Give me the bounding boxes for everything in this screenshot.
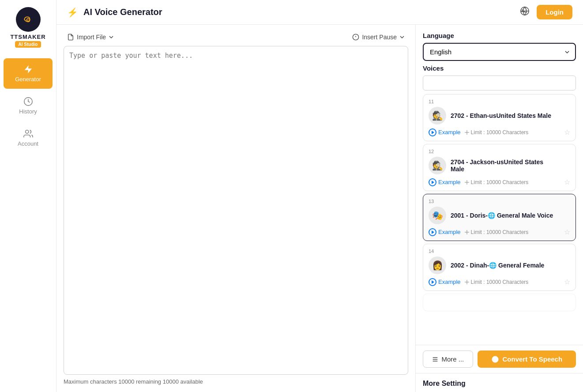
language-select[interactable]: EnglishSpanishFrenchGermanChineseJapanes… (423, 43, 576, 61)
sidebar-item-generator[interactable]: Generator (4, 58, 53, 89)
play-example-12[interactable]: Example (429, 178, 461, 186)
language-label: Language (423, 32, 576, 39)
voice-num-14: 14 (429, 249, 570, 254)
voice-card-12[interactable]: 12 🕵️ 2704 - Jackson-usUnited StatesMale… (423, 144, 576, 191)
play-example-13[interactable]: Example (429, 228, 461, 236)
logo-area: TTSMAKER AI Studio (10, 7, 45, 48)
more-label: More ... (441, 355, 464, 363)
voice-avatar-11: 🕵️ (429, 107, 446, 124)
voice-num-11: 11 (429, 99, 570, 104)
editor-toolbar: Import File Insert Pause (64, 32, 408, 42)
example-label-12: Example (438, 179, 461, 185)
char-count: Maximum characters 10000 remaining 10000… (64, 378, 408, 385)
content-area: Import File Insert Pause Maximum charact… (56, 25, 583, 392)
topbar: ⚡ AI Voice Generator Login (56, 0, 583, 25)
char-limit-12: Limit : 10000 Characters (464, 179, 529, 185)
voice-card-14[interactable]: 14 👩 2002 - Dinah-🌐 General Female Examp… (423, 244, 576, 291)
example-label-13: Example (438, 229, 461, 235)
star-btn-11[interactable]: ☆ (564, 128, 570, 136)
voice-footer-11: Example Limit : 10000 Characters ☆ (429, 128, 570, 136)
logo-circle (16, 7, 41, 32)
voice-footer-12: Example Limit : 10000 Characters ☆ (429, 178, 570, 186)
voice-header-11: 🕵️ 2702 - Ethan-usUnited States Male (429, 107, 570, 124)
play-icon-12 (429, 178, 436, 186)
voices-section: Voices 11 🕵️ 2702 - Ethan-usUnited State… (416, 64, 583, 345)
page-title: AI Voice Generator (83, 7, 513, 17)
more-setting-title: More Setting (423, 380, 576, 388)
star-btn-12[interactable]: ☆ (564, 178, 570, 186)
voice-num-13: 13 (429, 199, 570, 204)
convert-to-speech-button[interactable]: Convert To Speech (478, 351, 576, 368)
translate-icon-btn[interactable] (518, 4, 531, 20)
import-file-button[interactable]: Import File (64, 32, 117, 42)
sidebar-item-account-label: Account (18, 140, 38, 147)
brand-name: TTSMAKER (10, 34, 45, 40)
voice-name-14: 2002 - Dinah-🌐 General Female (451, 262, 570, 269)
voice-avatar-12: 🕵️ (429, 157, 446, 174)
voice-card-15[interactable] (423, 294, 576, 311)
voice-search-input[interactable] (423, 75, 576, 90)
voice-name-13: 2001 - Doris-🌐 General Male Voice (451, 212, 570, 219)
example-label-14: Example (438, 279, 461, 285)
sidebar-item-account[interactable]: Account (0, 123, 56, 153)
editor-pane: Import File Insert Pause Maximum charact… (56, 25, 415, 392)
text-editor[interactable] (64, 46, 408, 375)
voices-list: 11 🕵️ 2702 - Ethan-usUnited States Male … (423, 94, 576, 341)
voice-num-12: 12 (429, 149, 570, 154)
voice-name-12: 2704 - Jackson-usUnited StatesMale (451, 158, 570, 173)
sidebar-item-generator-label: Generator (15, 76, 41, 83)
voice-avatar-13: 🎭 (429, 207, 446, 224)
char-limit-14: Limit : 10000 Characters (464, 279, 529, 285)
play-icon-11 (429, 128, 436, 136)
ai-badge: AI Studio (15, 41, 41, 48)
voice-footer-13: Example Limit : 10000 Characters ☆ (429, 228, 570, 236)
voice-footer-14: Example Limit : 10000 Characters ☆ (429, 278, 570, 286)
play-icon-13 (429, 228, 436, 236)
insert-pause-label: Insert Pause (362, 34, 397, 41)
nav-items: Generator History Account (0, 58, 56, 153)
star-btn-14[interactable]: ☆ (564, 278, 570, 286)
sidebar: TTSMAKER AI Studio Generator History Acc… (0, 0, 56, 392)
play-example-11[interactable]: Example (429, 128, 461, 136)
voice-card-13[interactable]: 13 🎭 2001 - Doris-🌐 General Male Voice E… (423, 194, 576, 241)
voice-name-11: 2702 - Ethan-usUnited States Male (451, 112, 570, 119)
sidebar-item-history[interactable]: History (0, 90, 56, 121)
language-section: Language EnglishSpanishFrenchGermanChine… (416, 25, 583, 64)
topbar-actions: Login (518, 4, 572, 20)
main-area: ⚡ AI Voice Generator Login Import File I… (56, 0, 583, 392)
voice-header-12: 🕵️ 2704 - Jackson-usUnited StatesMale (429, 157, 570, 174)
more-setting-bar: More Setting (416, 373, 583, 392)
lightning-icon: ⚡ (67, 7, 78, 18)
voice-card-11[interactable]: 11 🕵️ 2702 - Ethan-usUnited States Male … (423, 94, 576, 141)
bottom-action-bar: More ... Convert To Speech (416, 345, 583, 373)
more-button[interactable]: More ... (423, 351, 473, 368)
play-icon-14 (429, 278, 436, 286)
insert-pause-button[interactable]: Insert Pause (349, 32, 408, 42)
import-file-label: Import File (77, 34, 106, 41)
voice-header-13: 🎭 2001 - Doris-🌐 General Male Voice (429, 207, 570, 224)
example-label-11: Example (438, 129, 461, 136)
sidebar-item-history-label: History (19, 108, 37, 115)
play-example-14[interactable]: Example (429, 278, 461, 286)
star-btn-13[interactable]: ☆ (564, 228, 570, 236)
voice-avatar-14: 👩 (429, 256, 446, 274)
svg-point-2 (25, 130, 28, 133)
login-button[interactable]: Login (537, 5, 572, 19)
char-limit-13: Limit : 10000 Characters (464, 229, 529, 235)
voices-label: Voices (423, 64, 576, 72)
voice-header-14: 👩 2002 - Dinah-🌐 General Female (429, 256, 570, 274)
char-limit-11: Limit : 10000 Characters (464, 129, 529, 136)
convert-label: Convert To Speech (503, 355, 563, 363)
right-panel: Language EnglishSpanishFrenchGermanChine… (415, 25, 583, 392)
